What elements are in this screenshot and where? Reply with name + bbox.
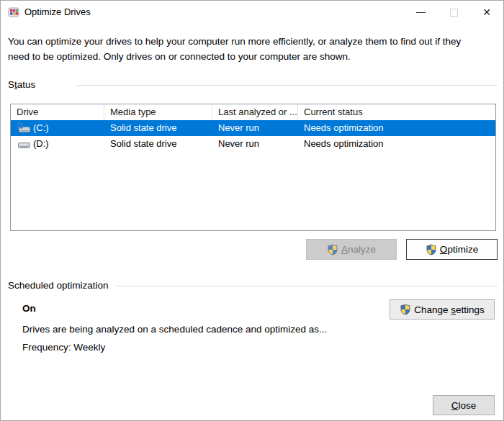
app-icon xyxy=(8,6,19,18)
drives-list: Drive Media type Last analyzed or ... Cu… xyxy=(10,104,496,231)
optimize-button-label: Optimize xyxy=(440,244,478,255)
media-type-cell: Solid state drive xyxy=(104,120,212,136)
close-window-button[interactable]: ✕ xyxy=(470,1,503,24)
drive-icon xyxy=(17,138,31,150)
scheduled-frequency: Frequency: Weekly xyxy=(22,342,105,353)
column-header-drive[interactable]: Drive xyxy=(11,104,104,120)
minimize-button[interactable] xyxy=(404,1,437,24)
drives-list-header: Drive Media type Last analyzed or ... Cu… xyxy=(11,104,495,120)
uac-shield-icon xyxy=(327,244,338,255)
maximize-icon xyxy=(450,9,458,17)
last-analyzed-cell: Never run xyxy=(212,120,298,136)
system-drive-icon xyxy=(17,122,31,134)
scheduled-section-label: Scheduled optimization xyxy=(8,280,109,291)
analyze-button[interactable]: Analyze xyxy=(306,239,397,260)
media-type-cell: Solid state drive xyxy=(104,136,212,152)
table-row-drive-c[interactable]: (C:) Solid state drive Never run Needs o… xyxy=(11,120,495,136)
current-status-cell: Needs optimization xyxy=(298,136,495,152)
dialog-description: You can optimize your drives to help you… xyxy=(8,34,476,64)
analyze-button-label: Analyze xyxy=(341,244,376,255)
scheduled-section-divider xyxy=(116,286,498,286)
maximize-button[interactable] xyxy=(437,1,470,24)
change-settings-button-label: Change settings xyxy=(414,304,485,315)
column-header-media-type[interactable]: Media type xyxy=(104,104,212,120)
window-title: Optimize Drives xyxy=(24,6,91,17)
uac-shield-icon xyxy=(426,244,437,255)
title-bar[interactable]: Optimize Drives ✕ xyxy=(1,1,503,24)
change-settings-button[interactable]: Change settings xyxy=(390,299,495,320)
close-icon: ✕ xyxy=(482,7,491,17)
minimize-icon xyxy=(416,12,426,13)
last-analyzed-cell: Never run xyxy=(212,136,298,152)
scheduled-state: On xyxy=(22,303,36,314)
column-header-last-analyzed[interactable]: Last analyzed or ... xyxy=(212,104,298,120)
column-header-current-status[interactable]: Current status xyxy=(298,104,495,120)
table-row-drive-d[interactable]: (D:) Solid state drive Never run Needs o… xyxy=(11,136,495,152)
scheduled-detail: Drives are being analyzed on a scheduled… xyxy=(22,324,327,335)
close-button[interactable]: Close xyxy=(433,395,495,415)
status-section-divider xyxy=(76,85,498,86)
status-section-label: Status xyxy=(8,79,35,90)
drive-name: (C:) xyxy=(33,120,49,136)
drive-name: (D:) xyxy=(33,136,49,152)
uac-shield-icon xyxy=(400,304,411,315)
optimize-button[interactable]: Optimize xyxy=(406,239,498,260)
current-status-cell: Needs optimization xyxy=(298,120,495,136)
close-button-label: Close xyxy=(451,400,477,411)
optimize-drives-dialog: Optimize Drives ✕ You can optimize your … xyxy=(0,0,504,421)
